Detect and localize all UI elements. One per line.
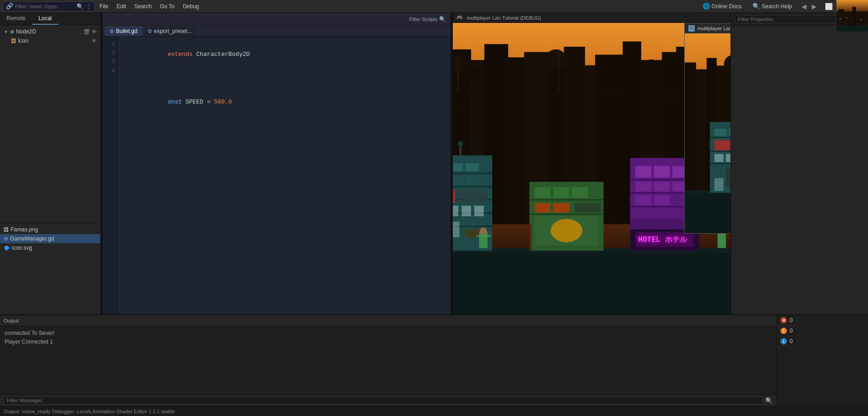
game-window-2-content: HOTEL ホテル (685, 33, 731, 233)
left-panel: Remote Local ▼ ⊕ Node2D 🎬 👁 🖼 Icon 👁 (0, 13, 101, 314)
svg-rect-58 (474, 206, 484, 216)
output-filter[interactable]: 🔍 (0, 394, 776, 406)
nav-back-button[interactable]: ◀ (799, 2, 808, 11)
svg-rect-132 (714, 129, 727, 136)
inspector-content (731, 26, 868, 314)
output-header: Output (0, 315, 776, 326)
svg-rect-62 (459, 145, 461, 156)
game-window-2-title: multiplayer Lan Tutorial (DEBUG) (698, 26, 731, 31)
tree-item-node2d[interactable]: ▼ ⊕ Node2D 🎬 👁 (0, 27, 100, 36)
menu-edit[interactable]: Edit (113, 2, 130, 11)
svg-rect-135 (710, 137, 731, 138)
svg-rect-85 (635, 195, 651, 205)
export-preset-icon: ⚙ (148, 28, 152, 34)
filter-scripts-label: Filter Scripts (409, 16, 437, 22)
script-editor-panel: Filter Scripts 🔍 ⚙ Bullet.gd ⚙ export_pr… (103, 13, 451, 314)
svg-rect-82 (654, 182, 670, 192)
menu-search[interactable]: Search (131, 2, 155, 11)
menu-file[interactable]: File (96, 2, 112, 11)
online-docs-button[interactable]: 🌐 Online Docs (699, 1, 745, 11)
extends-value: CharacterBody2D (192, 51, 250, 58)
tab-remote[interactable]: Remote (0, 13, 32, 25)
script-filter[interactable]: Filter Scripts 🔍 (407, 15, 449, 23)
visible-icon: 👁 (92, 29, 97, 34)
svg-rect-78 (654, 166, 670, 177)
code-editor[interactable]: 1 2 3 4 extends CharacterBody2D onst SPE… (103, 37, 450, 314)
error-row-errors[interactable]: ✕ 0 (777, 315, 868, 326)
game-view: HOTEL ホテル (453, 23, 731, 314)
status-bar: Output: scene_ready Debugger: Locals Ani… (0, 406, 868, 416)
menu-goto[interactable]: Go To (156, 2, 178, 11)
svg-rect-86 (654, 195, 670, 205)
status-text: Output: scene_ready Debugger: Locals Ani… (4, 409, 175, 414)
inspector-filter-input[interactable] (738, 16, 842, 22)
file-label-famas: Famas.png (11, 226, 38, 233)
nav-arrows: ◀ ▶ (799, 2, 819, 11)
error-row-info[interactable]: i 0 (777, 336, 868, 347)
output-line-2: Player Connected 1 (5, 338, 772, 346)
file-item-icon[interactable]: 🔷 icon.svg (0, 243, 100, 252)
file-list: 🖼 Famas.png ⚙ GameManager.gd 🔷 icon.svg (0, 223, 100, 314)
tab-bullet-gd[interactable]: ⚙ Bullet.gd (104, 26, 143, 36)
menu-bar-left: 🔗 🔍 ⋮ File Edit Search Go To Debug (3, 1, 698, 11)
bottom-file-panel: 🖼 Famas.png ⚙ GameManager.gd 🔷 icon.svg (0, 223, 100, 314)
menu-bar-center: 🌐 Online Docs 🔍 Search Help ◀ ▶ ⬜ (699, 1, 835, 11)
output-line-1: connected To Sever! (5, 329, 772, 338)
help-icon: 🔍 (753, 3, 760, 10)
svg-rect-67 (572, 187, 588, 197)
error-count-warnings: 0 (790, 328, 793, 334)
svg-rect-77 (635, 166, 651, 177)
file-item-famas[interactable]: 🖼 Famas.png (0, 225, 100, 234)
search-icon: 🔍 (77, 3, 83, 10)
tree-item-icon[interactable]: 🖼 Icon 👁 (0, 36, 100, 45)
svg-rect-144 (726, 168, 731, 186)
svg-rect-56 (453, 206, 458, 216)
extends-keyword: extends (168, 51, 193, 58)
svg-rect-75 (529, 224, 532, 251)
tab-export-preset[interactable]: ⚙ export_preset... (143, 26, 197, 36)
tab-local[interactable]: Local (32, 13, 58, 25)
layout-button[interactable]: ⬜ (822, 2, 835, 11)
svg-file-icon: 🔷 (4, 245, 10, 251)
inspector-filter[interactable] (735, 15, 845, 23)
search-help-button[interactable]: 🔍 Search Help (749, 1, 796, 11)
svg-rect-43 (453, 163, 463, 171)
first-game-title: multiplayer Lan Tutorial (DEBUG) (467, 15, 541, 21)
error-row-warnings[interactable]: ! 0 (777, 326, 868, 336)
right-panel: 🔍 ☰ (731, 13, 868, 314)
file-item-gamemanager[interactable]: ⚙ GameManager.gd (0, 234, 100, 243)
const-keyword: onst (168, 99, 182, 105)
image-file-icon: 🖼 (4, 227, 9, 232)
output-search-icon[interactable]: 🔍 (765, 397, 773, 404)
filter-bar[interactable]: 🔗 🔍 ⋮ (3, 1, 95, 11)
svg-rect-46 (453, 176, 463, 184)
globe-icon: 🌐 (703, 3, 710, 10)
svg-rect-65 (535, 187, 551, 197)
const-value: 500.0 (214, 99, 232, 105)
tab-bullet-gd-label: Bullet.gd (116, 28, 137, 34)
search-scripts-icon[interactable]: 🔍 (439, 16, 446, 22)
nav-forward-button[interactable]: ▶ (809, 2, 819, 11)
code-line-4: onst SPEED = 500.0 (125, 88, 445, 116)
svg-rect-53 (453, 190, 455, 203)
svg-rect-48 (453, 173, 492, 174)
file-label-icon: icon.svg (12, 245, 32, 251)
output-filter-input[interactable] (4, 396, 764, 405)
code-content[interactable]: extends CharacterBody2D onst SPEED = 500… (119, 37, 450, 314)
script-file-icon: ⚙ (4, 236, 8, 242)
filter-input[interactable] (15, 4, 75, 9)
svg-point-63 (458, 141, 463, 147)
svg-rect-101 (685, 62, 696, 190)
svg-rect-44 (466, 163, 479, 171)
menu-debug[interactable]: Debug (179, 2, 203, 11)
error-count-errors: 0 (790, 317, 793, 323)
error-dot-blue: i (780, 338, 787, 345)
const-name: SPEED = (182, 99, 214, 105)
game-scene-1: HOTEL ホテル (453, 23, 731, 314)
svg-rect-18 (506, 57, 525, 224)
game-svg-2: HOTEL ホテル (685, 33, 731, 233)
svg-rect-139 (714, 154, 724, 162)
svg-point-93 (479, 227, 487, 235)
svg-rect-72 (529, 213, 604, 214)
icon-visible-icon: 👁 (92, 38, 97, 44)
